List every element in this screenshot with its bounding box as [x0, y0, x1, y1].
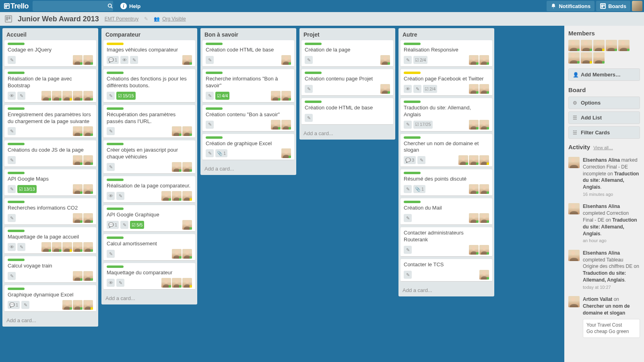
card[interactable]: Créations du code JS de la page✎: [4, 140, 96, 167]
member-avatar[interactable]: [479, 120, 489, 130]
visibility[interactable]: 👥 Org Visible: [154, 16, 186, 22]
member-avatar[interactable]: [182, 162, 192, 172]
member-avatar[interactable]: [469, 55, 479, 65]
add-card[interactable]: Add a card...: [2, 314, 98, 327]
member-avatar[interactable]: [172, 191, 182, 201]
card[interactable]: Graphique dynamique Excel💬1✎: [4, 285, 96, 312]
member-avatar[interactable]: [73, 155, 83, 165]
member-avatar[interactable]: [52, 242, 62, 252]
member-avatar[interactable]: [568, 52, 580, 64]
member-avatar[interactable]: [73, 242, 83, 252]
member-avatar[interactable]: [380, 55, 390, 65]
member-avatar[interactable]: [618, 40, 630, 51]
member-avatar[interactable]: [172, 162, 182, 172]
member-avatar[interactable]: [271, 120, 281, 130]
member-avatar[interactable]: [469, 245, 479, 255]
member-avatar[interactable]: [458, 155, 468, 165]
member-avatar[interactable]: [581, 40, 592, 51]
card[interactable]: Création de graphique Excel✎📎1: [202, 134, 294, 160]
list-header[interactable]: Comparateur: [101, 28, 197, 40]
add-card[interactable]: Add a card...: [398, 284, 494, 296]
card[interactable]: API Google Graphique💬1✎☑5/5: [103, 205, 195, 232]
member-avatar[interactable]: [479, 84, 489, 94]
member-avatar[interactable]: [593, 52, 605, 64]
member-avatar[interactable]: [73, 300, 83, 310]
member-avatar[interactable]: [62, 91, 72, 101]
card[interactable]: Création contenu page Projet✎: [301, 69, 393, 96]
member-avatar[interactable]: [271, 91, 281, 101]
member-avatar[interactable]: [581, 52, 592, 64]
card[interactable]: Création contenu "Bon à savoir"✎: [202, 105, 294, 132]
card[interactable]: API Google Maps✎☑13/13: [4, 169, 96, 196]
member-avatar[interactable]: [73, 213, 83, 223]
member-avatar[interactable]: [83, 184, 93, 194]
member-avatar[interactable]: [182, 191, 192, 201]
add-card[interactable]: Add a card...: [299, 127, 395, 140]
member-avatar[interactable]: [469, 84, 479, 94]
card[interactable]: Réalisation Responsive✎☑2/4: [400, 40, 492, 67]
card[interactable]: Résumé des points discuté✎📎1: [400, 169, 492, 196]
card[interactable]: Création code HTML de base✎: [202, 40, 294, 67]
activity-avatar[interactable]: [568, 157, 580, 168]
boards-button[interactable]: Boards: [596, 1, 630, 11]
member-avatar[interactable]: [161, 191, 171, 201]
options-button[interactable]: ⚙Options: [568, 97, 640, 109]
card[interactable]: Création de la page✎: [301, 40, 393, 67]
member-avatar[interactable]: [182, 249, 192, 259]
add-members-button[interactable]: 👤 Add Members…: [568, 68, 640, 81]
card[interactable]: Maquettage de la page accueil👁✎: [4, 227, 96, 254]
member-avatar[interactable]: [182, 278, 192, 288]
activity-avatar[interactable]: [568, 250, 580, 261]
card[interactable]: Chercher un nom de domaine et slogan💬3✎: [400, 134, 492, 167]
member-avatar[interactable]: [281, 120, 291, 130]
member-avatar[interactable]: [182, 126, 192, 136]
member-avatar[interactable]: [73, 271, 83, 281]
activity-avatar[interactable]: [568, 296, 580, 307]
member-avatar[interactable]: [469, 213, 479, 223]
member-avatar[interactable]: [606, 40, 617, 51]
card[interactable]: Enregistrement des paramètres lors du ch…: [4, 105, 96, 138]
member-avatar[interactable]: [62, 242, 72, 252]
member-avatar[interactable]: [62, 300, 72, 310]
list-header[interactable]: Bon à savoir: [200, 28, 296, 40]
view-all-link[interactable]: View all…: [593, 145, 613, 150]
member-avatar[interactable]: [83, 126, 93, 136]
member-avatar[interactable]: [479, 245, 489, 255]
member-avatar[interactable]: [469, 120, 479, 130]
member-avatar[interactable]: [161, 278, 171, 288]
member-avatar[interactable]: [83, 91, 93, 101]
card[interactable]: Création code HTML de base✎: [301, 98, 393, 125]
member-avatar[interactable]: [83, 213, 93, 223]
notifications-button[interactable]: Notifications: [547, 1, 594, 11]
card[interactable]: Création page Facebook et Twitter👁✎☑2/4: [400, 69, 492, 96]
member-avatar[interactable]: [593, 40, 605, 51]
list-header[interactable]: Autre: [398, 28, 494, 40]
member-avatar[interactable]: [568, 40, 580, 51]
activity-avatar[interactable]: [568, 203, 580, 214]
card[interactable]: Réalisation de la page avec Bootstrap👁✎: [4, 69, 96, 103]
member-avatar[interactable]: [172, 249, 182, 259]
org-link[interactable]: EMT Porrentruy: [105, 16, 138, 22]
board-title[interactable]: Junior Web Award 2013: [18, 15, 99, 23]
card[interactable]: Calcul voyage train✎: [4, 256, 96, 283]
logo[interactable]: Trello: [2, 2, 33, 10]
search-input[interactable]: [33, 3, 107, 9]
member-avatar[interactable]: [83, 300, 93, 310]
card[interactable]: Créations des fonctions js pour les diff…: [103, 69, 195, 103]
card[interactable]: Maquettage du comparateur👁✎: [103, 263, 195, 290]
member-avatar[interactable]: [281, 55, 291, 65]
member-avatar[interactable]: [479, 184, 489, 194]
member-avatar[interactable]: [469, 155, 479, 165]
search-box[interactable]: [33, 1, 113, 11]
help-link[interactable]: i Help: [120, 3, 140, 9]
member-avatar[interactable]: [469, 184, 479, 194]
card[interactable]: Réalisation de la page comparateur.👁✎: [103, 176, 195, 203]
list-header[interactable]: Accueil: [2, 28, 98, 40]
user-avatar[interactable]: [632, 1, 642, 11]
card[interactable]: Recherche informations "Bon à savoir"✎☑4…: [202, 69, 294, 103]
member-avatar[interactable]: [73, 91, 83, 101]
add-card[interactable]: Add a card...: [101, 292, 197, 304]
card[interactable]: Codage en JQuery✎: [4, 40, 96, 67]
member-avatar[interactable]: [182, 55, 192, 65]
member-avatar[interactable]: [380, 84, 390, 94]
